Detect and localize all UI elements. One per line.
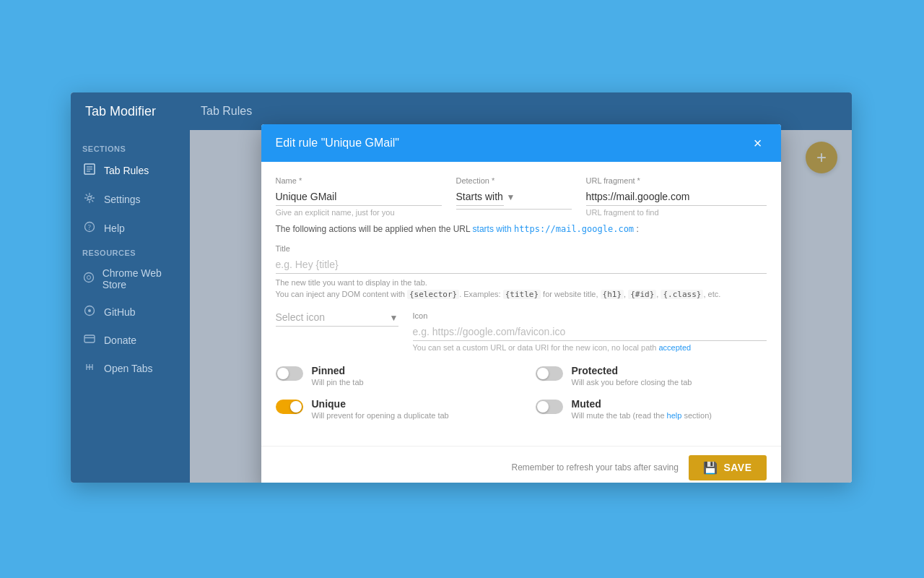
main-content: + Edit rule "Unique GMail" × N: [190, 130, 852, 483]
id-code: {#id}: [628, 290, 656, 299]
sidebar-item-tab-rules[interactable]: Tab Rules: [71, 156, 190, 185]
modal-header: Edit rule "Unique GMail" ×: [261, 124, 781, 162]
name-hint: Give an explicit name, just for you: [276, 208, 442, 217]
url-hint-prefix: The following actions will be applied wh…: [276, 224, 471, 234]
svg-point-8: [87, 276, 90, 280]
app-body: Sections Tab Rules: [71, 130, 852, 483]
sections-label: Sections: [71, 139, 190, 156]
github-icon: [82, 305, 97, 319]
settings-label: Settings: [104, 194, 141, 205]
title-hint-line2: You can inject any DOM content with {sel…: [276, 290, 721, 298]
icon-url-input[interactable]: [413, 323, 767, 341]
unique-toggle[interactable]: [276, 400, 303, 414]
pinned-label: Pinned: [312, 365, 364, 376]
protected-info: Protected Will ask you before closing th…: [572, 365, 692, 387]
url-fragment-label: URL fragment *: [586, 176, 767, 185]
svg-rect-11: [84, 335, 95, 342]
modal-title: Edit rule "Unique GMail": [276, 137, 399, 150]
select-icon-placeholder: Select icon: [276, 311, 390, 323]
url-hint-text: The following actions will be applied wh…: [276, 224, 767, 234]
muted-label: Muted: [572, 398, 712, 410]
unique-label: Unique: [312, 398, 449, 410]
icon-hint: You can set a custom URL or data URI for…: [413, 343, 767, 352]
donate-label: Donate: [104, 335, 136, 346]
url-fragment-hint: URL fragment to find: [586, 208, 767, 217]
sidebar-item-github[interactable]: GitHub: [71, 298, 190, 327]
unique-desc: Will prevent for opening a duplicate tab: [312, 411, 449, 420]
sidebar-item-settings[interactable]: Settings: [71, 185, 190, 214]
svg-text:?: ?: [88, 223, 92, 231]
help-icon: ?: [82, 221, 97, 236]
toggle-unique: Unique Will prevent for opening a duplic…: [276, 398, 507, 420]
muted-knob: [537, 401, 549, 413]
left-toggle-column: Pinned Will pin the tab: [276, 365, 507, 431]
pinned-toggle[interactable]: [276, 366, 303, 381]
save-button[interactable]: 💾 SAVE: [689, 455, 767, 480]
sidebar-item-donate[interactable]: Donate: [71, 327, 190, 354]
tab-rules-label: Tab Rules: [104, 165, 149, 176]
donate-icon: [82, 334, 97, 347]
footer-hint: Remember to refresh your tabs after savi…: [276, 462, 679, 473]
edit-rule-modal: Edit rule "Unique GMail" × Name * Give a…: [261, 124, 781, 483]
chrome-icon: [82, 272, 95, 286]
url-fragment-input[interactable]: [586, 188, 767, 206]
select-icon-wrapper: Select icon ▼: [276, 311, 398, 327]
sidebar-item-open-tabs[interactable]: Open Tabs: [71, 354, 190, 383]
detection-group: Detection * Starts with Contains Ends wi…: [456, 176, 572, 217]
open-tabs-label: Open Tabs: [104, 363, 152, 374]
select-icon-group: Select icon ▼: [276, 311, 398, 327]
h1-code: {h1}: [601, 290, 624, 299]
muted-desc: Will mute the tab (read the help section…: [572, 411, 712, 420]
detection-arrow-icon: ▼: [507, 192, 515, 206]
modal-overlay: Edit rule "Unique GMail" × Name * Give a…: [190, 130, 852, 483]
svg-point-7: [84, 273, 93, 282]
title-hint: The new title you want to display in the…: [276, 277, 767, 301]
url-hint-suffix: :: [636, 224, 638, 234]
name-label: Name *: [276, 176, 442, 185]
help-link[interactable]: help: [667, 411, 682, 420]
title-group: Title The new title you want to display …: [276, 244, 767, 301]
select-icon-arrow: ▼: [390, 313, 398, 323]
title-label: Title: [276, 244, 767, 253]
pinned-knob: [277, 368, 289, 379]
name-group: Name * Give an explicit name, just for y…: [276, 176, 442, 217]
protected-label: Protected: [572, 365, 692, 376]
detection-select[interactable]: Starts with Contains Ends with Regex Exa…: [456, 188, 504, 206]
modal-close-button[interactable]: ×: [749, 134, 767, 152]
open-tabs-icon: [82, 361, 97, 376]
title-input[interactable]: [276, 256, 767, 274]
svg-point-10: [88, 309, 91, 312]
toggle-muted: Muted Will mute the tab (read the help s…: [536, 398, 767, 420]
muted-info: Muted Will mute the tab (read the help s…: [572, 398, 712, 420]
title-hint-line1: The new title you want to display in the…: [276, 278, 427, 287]
right-toggle-column: Protected Will ask you before closing th…: [536, 365, 767, 431]
sidebar-item-help[interactable]: ? Help: [71, 214, 190, 243]
resources-label: Resources: [71, 243, 190, 260]
sidebar: Sections Tab Rules: [71, 130, 190, 483]
modal-footer: Remember to refresh your tabs after savi…: [261, 446, 781, 483]
icon-hint-link[interactable]: accepted: [659, 343, 692, 352]
save-icon: 💾: [703, 461, 718, 475]
class-code: {.class}: [661, 290, 703, 299]
toggle-pinned: Pinned Will pin the tab: [276, 365, 507, 387]
url-hint-code: https://mail.google.com: [514, 224, 634, 234]
toggle-protected: Protected Will ask you before closing th…: [536, 365, 767, 387]
title-code: {title}: [503, 290, 541, 299]
url-hint-link[interactable]: starts with: [473, 224, 512, 234]
icon-hint-prefix: You can set a custom URL or data URI for…: [413, 343, 657, 352]
modal-body: Name * Give an explicit name, just for y…: [261, 162, 781, 446]
form-row-name-detection: Name * Give an explicit name, just for y…: [276, 176, 767, 217]
page-title: Tab Rules: [201, 105, 252, 118]
selector-code: {selector}: [407, 290, 459, 299]
url-fragment-group: URL fragment * URL fragment to find: [586, 176, 767, 217]
detection-wrapper: Starts with Contains Ends with Regex Exa…: [456, 188, 572, 210]
muted-toggle[interactable]: [536, 400, 563, 414]
github-label: GitHub: [104, 306, 136, 318]
icon-url-group: Icon You can set a custom URL or data UR…: [413, 311, 767, 352]
toggles-section: Pinned Will pin the tab: [276, 365, 767, 431]
sidebar-item-chrome-web-store[interactable]: Chrome Web Store: [71, 260, 190, 298]
protected-toggle[interactable]: [536, 366, 563, 381]
unique-knob: [290, 401, 302, 413]
chrome-web-store-label: Chrome Web Store: [103, 267, 178, 290]
name-input[interactable]: [276, 188, 442, 206]
